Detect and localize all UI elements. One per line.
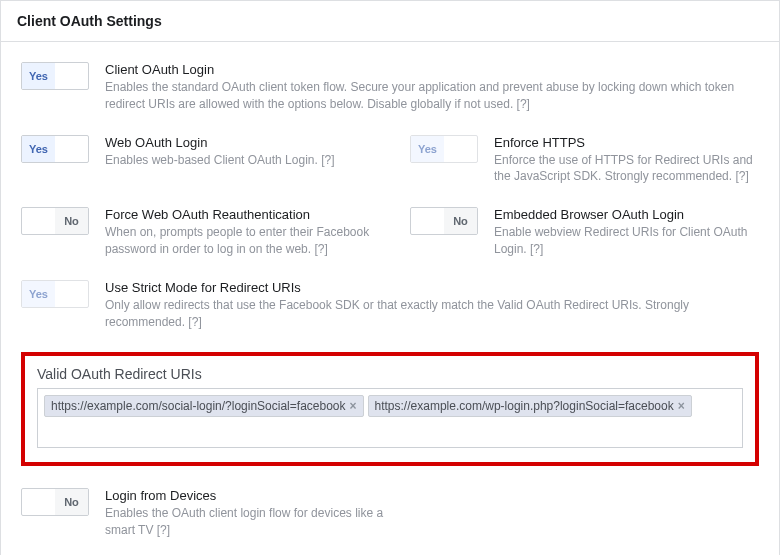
setting-text: Embedded Browser OAuth Login Enable webv… (494, 207, 759, 258)
setting-title: Web OAuth Login (105, 135, 370, 150)
setting-desc: Enables the standard OAuth client token … (105, 79, 759, 113)
toggle-enforce-https[interactable]: Yes (410, 135, 478, 163)
setting-row: Yes Client OAuth Login Enables the stand… (21, 62, 759, 113)
toggle-no: No (55, 489, 88, 515)
panel-title: Client OAuth Settings (1, 1, 779, 42)
toggle-no (55, 281, 88, 307)
setting-text: Use Strict Mode for Redirect URIs Only a… (105, 280, 759, 331)
setting-strict-mode: Yes Use Strict Mode for Redirect URIs On… (21, 280, 759, 331)
toggle-login-from-devices[interactable]: No (21, 488, 89, 516)
toggle-yes: Yes (22, 281, 55, 307)
redirect-uri-chip[interactable]: https://example.com/wp-login.php?loginSo… (368, 395, 692, 417)
setting-title: Use Strict Mode for Redirect URIs (105, 280, 759, 295)
toggle-embedded-browser[interactable]: No (410, 207, 478, 235)
chip-text: https://example.com/wp-login.php?loginSo… (375, 399, 674, 413)
setting-desc: Enforce the use of HTTPS for Redirect UR… (494, 152, 759, 186)
setting-desc: Enables web-based Client OAuth Login. [?… (105, 152, 370, 169)
setting-login-from-devices: No Login from Devices Enables the OAuth … (21, 488, 401, 539)
setting-row: No Login from Devices Enables the OAuth … (21, 488, 759, 539)
toggle-yes (22, 208, 55, 234)
toggle-yes: Yes (22, 63, 55, 89)
toggle-yes (411, 208, 444, 234)
toggle-strict-mode[interactable]: Yes (21, 280, 89, 308)
panel-body: Yes Client OAuth Login Enables the stand… (1, 42, 779, 555)
toggle-yes (22, 489, 55, 515)
toggle-yes: Yes (22, 136, 55, 162)
setting-row: No Force Web OAuth Reauthentication When… (21, 207, 759, 258)
setting-enforce-https: Yes Enforce HTTPS Enforce the use of HTT… (410, 135, 759, 186)
setting-desc: Only allow redirects that use the Facebo… (105, 297, 759, 331)
close-icon[interactable]: × (350, 399, 357, 413)
close-icon[interactable]: × (678, 399, 685, 413)
setting-text: Force Web OAuth Reauthentication When on… (105, 207, 370, 258)
setting-title: Client OAuth Login (105, 62, 759, 77)
setting-text: Web OAuth Login Enables web-based Client… (105, 135, 370, 186)
setting-title: Login from Devices (105, 488, 401, 503)
redirect-uris-input[interactable]: https://example.com/social-login/?loginS… (37, 388, 743, 448)
oauth-settings-panel: Client OAuth Settings Yes Client OAuth L… (0, 0, 780, 555)
setting-desc: When on, prompts people to enter their F… (105, 224, 370, 258)
toggle-no: No (55, 208, 88, 234)
setting-web-oauth-login: Yes Web OAuth Login Enables web-based Cl… (21, 135, 370, 186)
setting-embedded-browser: No Embedded Browser OAuth Login Enable w… (410, 207, 759, 258)
toggle-no: No (444, 208, 477, 234)
toggle-no (55, 63, 88, 89)
toggle-no (55, 136, 88, 162)
redirect-uris-label: Valid OAuth Redirect URIs (37, 366, 743, 382)
setting-text: Client OAuth Login Enables the standard … (105, 62, 759, 113)
toggle-web-oauth-login[interactable]: Yes (21, 135, 89, 163)
setting-force-reauth: No Force Web OAuth Reauthentication When… (21, 207, 370, 258)
toggle-client-oauth-login[interactable]: Yes (21, 62, 89, 90)
setting-desc: Enables the OAuth client login flow for … (105, 505, 401, 539)
setting-title: Force Web OAuth Reauthentication (105, 207, 370, 222)
setting-desc: Enable webview Redirect URIs for Client … (494, 224, 759, 258)
setting-row: Yes Use Strict Mode for Redirect URIs On… (21, 280, 759, 331)
valid-redirect-uris-section: Valid OAuth Redirect URIs https://exampl… (21, 352, 759, 466)
setting-row: Yes Web OAuth Login Enables web-based Cl… (21, 135, 759, 186)
toggle-no (444, 136, 477, 162)
setting-text: Login from Devices Enables the OAuth cli… (105, 488, 401, 539)
chip-text: https://example.com/social-login/?loginS… (51, 399, 346, 413)
toggle-force-reauth[interactable]: No (21, 207, 89, 235)
setting-title: Enforce HTTPS (494, 135, 759, 150)
toggle-yes: Yes (411, 136, 444, 162)
setting-client-oauth-login: Yes Client OAuth Login Enables the stand… (21, 62, 759, 113)
setting-text: Enforce HTTPS Enforce the use of HTTPS f… (494, 135, 759, 186)
setting-title: Embedded Browser OAuth Login (494, 207, 759, 222)
redirect-uri-chip[interactable]: https://example.com/social-login/?loginS… (44, 395, 364, 417)
